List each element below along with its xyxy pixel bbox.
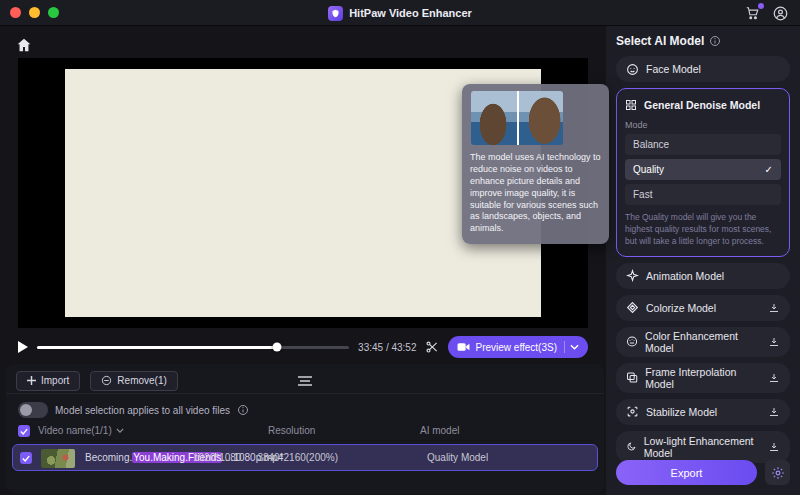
progress-bar[interactable]	[37, 346, 349, 349]
arrow-right-icon: →	[241, 452, 257, 463]
playback-controls: 33:45 / 43:52 Preview effect(3S)	[18, 334, 588, 360]
download-icon[interactable]	[768, 441, 780, 453]
table-row[interactable]: Becoming.You.Making.Friends....1080p.mp4…	[12, 444, 598, 471]
denoise-tooltip: The model uses AI technology to reduce n…	[462, 84, 609, 244]
table-header: Video name(1/1) Resolution AI model	[6, 424, 604, 440]
zoom-button[interactable]	[48, 7, 59, 18]
select-all-checkbox[interactable]	[18, 425, 30, 437]
video-thumbnail	[41, 449, 75, 468]
chevron-down-icon	[116, 428, 124, 433]
download-icon[interactable]	[768, 406, 780, 418]
model-sidebar: Select AI Model Face Model General Denoi…	[606, 26, 800, 495]
compare-divider	[517, 91, 519, 145]
palette-icon	[626, 335, 638, 348]
color-enhancement-model-button[interactable]: Color Enhancement Model	[616, 327, 790, 357]
before-after-image	[471, 91, 563, 145]
stabilize-model-button[interactable]: Stabilize Model	[616, 399, 790, 425]
model-label: Frame Interpolation Model	[645, 366, 761, 390]
apply-all-toggle[interactable]	[18, 402, 48, 418]
gear-icon	[771, 466, 785, 480]
sidebar-title-row: Select AI Model	[616, 34, 790, 48]
general-denoise-model-button[interactable]: General Denoise Model	[625, 94, 781, 116]
stabilize-icon	[626, 405, 639, 418]
mode-label: Mode	[625, 120, 781, 130]
moon-icon	[626, 440, 637, 453]
file-toolbar: Import Remove(1)	[6, 368, 604, 394]
export-row: Export	[616, 460, 790, 485]
cart-badge	[758, 3, 764, 9]
apply-all-label: Model selection applies to all video fil…	[55, 405, 230, 416]
row-checkbox[interactable]	[20, 452, 32, 464]
frames-icon	[626, 371, 638, 384]
cart-icon[interactable]	[745, 6, 760, 20]
animation-model-button[interactable]: Animation Model	[616, 263, 790, 289]
face-icon	[626, 63, 639, 76]
denoise-description: The Quality model will give you the high…	[625, 212, 781, 248]
denoise-grid-icon	[625, 99, 637, 111]
camera-icon	[457, 342, 470, 352]
scissors-icon	[425, 340, 439, 354]
home-icon	[16, 38, 32, 52]
download-icon[interactable]	[768, 336, 780, 348]
preview-effect-label: Preview effect(3S)	[475, 342, 557, 353]
close-button[interactable]	[10, 7, 21, 18]
minimize-button[interactable]	[29, 7, 40, 18]
import-label: Import	[41, 375, 69, 386]
model-label: Colorize Model	[646, 302, 716, 314]
hamburger-icon	[296, 376, 314, 386]
ai-model-header: AI model	[420, 425, 459, 436]
apply-all-row: Model selection applies to all video fil…	[18, 402, 249, 418]
model-label: Color Enhancement Model	[645, 330, 761, 354]
face-model-button[interactable]: Face Model	[616, 56, 790, 82]
progress-fill	[37, 346, 277, 349]
download-icon[interactable]	[768, 302, 780, 314]
import-button[interactable]: Import	[16, 371, 80, 391]
check-icon: ✓	[765, 164, 773, 175]
progress-thumb[interactable]	[273, 343, 282, 352]
file-list-panel: Import Remove(1) Model selection applies…	[6, 364, 604, 493]
sidebar-title: Select AI Model	[616, 34, 704, 48]
video-name-header[interactable]: Video name(1/1)	[38, 425, 124, 436]
model-label: Animation Model	[646, 270, 724, 282]
diamond-icon	[626, 301, 639, 314]
remove-label: Remove(1)	[117, 375, 166, 386]
home-button[interactable]	[14, 36, 34, 54]
model-label: Low-light Enhancement Model	[644, 435, 761, 459]
export-button[interactable]: Export	[616, 460, 757, 485]
toggle-knob	[20, 404, 32, 416]
remove-button[interactable]: Remove(1)	[90, 371, 177, 391]
colorize-model-button[interactable]: Colorize Model	[616, 295, 790, 321]
time-display: 33:45 / 43:52	[358, 342, 416, 353]
check-icon	[22, 455, 30, 462]
play-button[interactable]	[18, 341, 28, 353]
check-icon	[20, 428, 28, 435]
info-icon[interactable]	[709, 35, 721, 47]
button-divider	[564, 341, 565, 353]
settings-gear-button[interactable]	[765, 460, 790, 485]
window-controls	[10, 7, 59, 18]
resolution-header: Resolution	[268, 425, 315, 436]
titlebar: HitPaw Video Enhancer	[0, 0, 800, 26]
tooltip-text: The model uses AI technology to reduce n…	[470, 152, 601, 235]
preview-effect-button[interactable]: Preview effect(3S)	[448, 336, 588, 358]
account-icon[interactable]	[773, 6, 788, 21]
minus-circle-icon	[101, 375, 112, 386]
app-logo-icon	[328, 6, 343, 21]
trim-button[interactable]	[425, 340, 439, 354]
window-title: HitPaw Video Enhancer	[349, 7, 472, 19]
model-label: Face Model	[646, 63, 701, 75]
plus-icon	[27, 376, 36, 385]
mode-option-fast[interactable]: Fast	[625, 184, 781, 205]
download-icon[interactable]	[768, 372, 780, 384]
info-icon[interactable]	[237, 404, 249, 416]
list-collapse-handle[interactable]	[296, 376, 314, 386]
frame-interpolation-model-button[interactable]: Frame Interpolation Model	[616, 363, 790, 393]
general-denoise-model-card: General Denoise Model Mode Balance Quali…	[616, 88, 790, 257]
ai-model-cell: Quality Model	[427, 452, 488, 463]
mode-option-balance[interactable]: Balance	[625, 134, 781, 155]
sparkle-icon	[626, 269, 639, 282]
low-light-enhancement-model-button[interactable]: Low-light Enhancement Model	[616, 431, 790, 463]
model-label: Stabilize Model	[646, 406, 717, 418]
mode-option-quality[interactable]: Quality ✓	[625, 159, 781, 180]
chevron-down-icon	[570, 344, 579, 350]
